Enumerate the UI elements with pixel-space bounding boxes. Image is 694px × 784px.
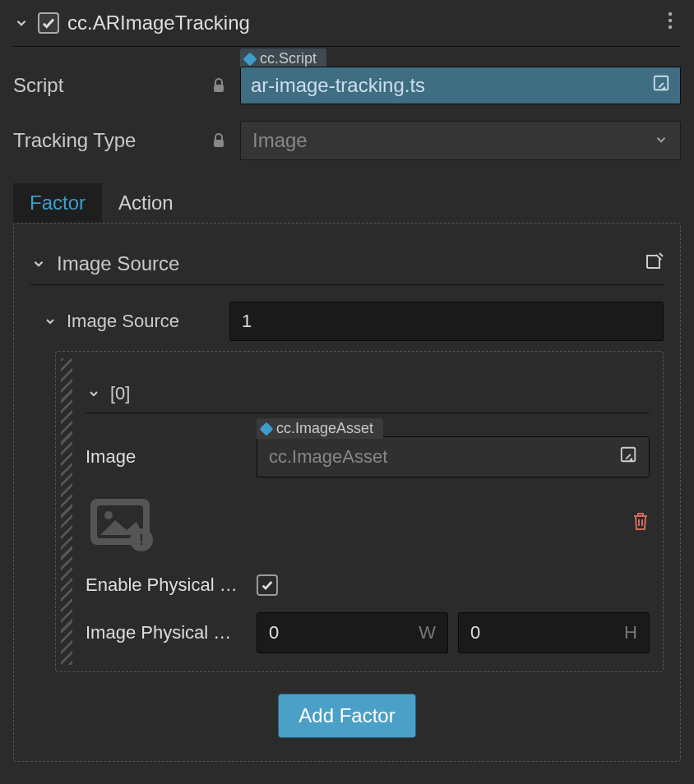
svg-rect-7 xyxy=(622,448,636,462)
physical-width-value: 0 xyxy=(269,622,279,643)
enabled-checkbox[interactable] xyxy=(38,12,59,34)
physical-size-row: Image Physical … 0 W 0 H xyxy=(86,612,650,653)
height-suffix: H xyxy=(624,622,637,643)
image-placeholder-icon: ! xyxy=(86,494,160,553)
component-title: cc.ARImageTracking xyxy=(67,12,656,35)
physical-width-input[interactable]: 0 W xyxy=(257,612,448,653)
chevron-down-icon[interactable] xyxy=(86,385,102,402)
image-preview-row: ! xyxy=(86,494,650,553)
item-index-label: [0] xyxy=(110,383,130,404)
tracking-type-value: Image xyxy=(252,129,308,152)
diamond-icon xyxy=(260,422,274,436)
tab-action[interactable]: Action xyxy=(102,183,190,223)
delete-icon[interactable] xyxy=(632,511,650,536)
image-asset-placeholder: cc.ImageAsset xyxy=(269,446,387,468)
tracking-type-row: Tracking Type Image xyxy=(13,121,681,160)
svg-rect-4 xyxy=(655,76,669,90)
svg-rect-3 xyxy=(214,85,224,92)
enable-physical-checkbox[interactable] xyxy=(257,574,278,596)
physical-size-label: Image Physical … xyxy=(86,622,247,643)
script-asset-field[interactable]: ar-image-tracking.ts xyxy=(240,67,681,104)
physical-height-input[interactable]: 0 H xyxy=(458,612,650,653)
tracking-type-select[interactable]: Image xyxy=(240,121,681,160)
svg-rect-6 xyxy=(214,140,224,147)
script-row: Script cc.Script ar-image-tracking.ts xyxy=(13,67,681,104)
script-badge-text: cc.Script xyxy=(260,50,317,67)
image-label: Image xyxy=(86,446,247,468)
add-factor-button[interactable]: Add Factor xyxy=(278,694,415,738)
component-panel: cc.ARImageTracking Script cc.Script ar-i… xyxy=(0,0,694,762)
chevron-down-icon[interactable] xyxy=(30,256,47,272)
svg-point-2 xyxy=(669,25,672,29)
lock-icon xyxy=(207,132,230,149)
chevron-down-icon[interactable] xyxy=(42,313,58,330)
more-menu-icon[interactable] xyxy=(664,12,681,35)
image-source-section-label: Image Source xyxy=(57,252,179,275)
script-label: Script xyxy=(13,74,197,97)
diamond-icon xyxy=(243,52,257,66)
svg-point-11 xyxy=(104,511,113,519)
asset-picker-icon[interactable] xyxy=(652,74,670,97)
image-source-item-0: [0] Image cc.ImageAsset cc.ImageAsset xyxy=(55,351,664,672)
tab-factor[interactable]: Factor xyxy=(13,183,102,223)
tracking-type-label: Tracking Type xyxy=(13,129,197,152)
image-badge-text: cc.ImageAsset xyxy=(276,420,373,437)
asset-picker-icon[interactable] xyxy=(619,445,637,468)
image-type-badge: cc.ImageAsset xyxy=(257,418,383,439)
image-source-count-row: Image Source xyxy=(42,302,664,341)
enable-physical-row: Enable Physical … xyxy=(86,574,650,596)
image-asset-row: Image cc.ImageAsset cc.ImageAsset xyxy=(86,436,650,477)
factor-container: Image Source Image Source xyxy=(13,223,681,762)
width-suffix: W xyxy=(419,622,436,643)
enable-physical-label: Enable Physical … xyxy=(86,574,247,596)
collapse-chevron-icon[interactable] xyxy=(13,15,30,31)
svg-point-0 xyxy=(669,12,672,16)
component-header: cc.ARImageTracking xyxy=(13,12,681,47)
tab-bar: Factor Action xyxy=(13,183,681,223)
svg-point-1 xyxy=(669,19,672,22)
image-source-section-head: Image Source xyxy=(30,242,664,285)
physical-height-value: 0 xyxy=(470,622,480,643)
svg-text:!: ! xyxy=(139,532,144,548)
chevron-down-icon xyxy=(654,129,669,152)
image-asset-field[interactable]: cc.ImageAsset xyxy=(257,436,650,477)
image-source-count-input[interactable] xyxy=(229,302,664,341)
drag-handle[interactable] xyxy=(61,358,72,665)
lock-icon xyxy=(207,77,230,94)
edit-icon[interactable] xyxy=(644,251,664,276)
item-index-row: [0] xyxy=(86,375,650,413)
script-asset-value: ar-image-tracking.ts xyxy=(251,74,425,97)
image-source-list-label: Image Source xyxy=(67,311,179,332)
